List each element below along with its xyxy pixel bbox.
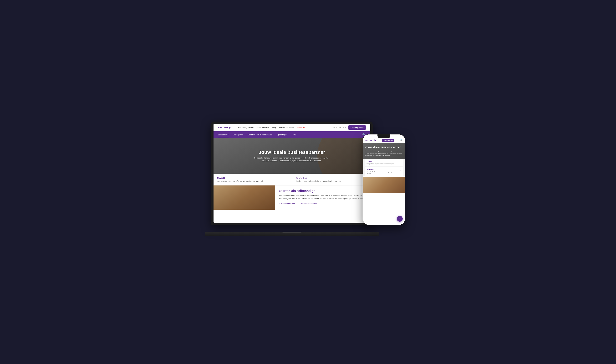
laptop-device: securex ⊳ Werken bij Securex Over Secure… [211, 122, 374, 236]
nav-link-blog[interactable]: Blog [272, 127, 276, 129]
phone-fab-icon: ≡ [399, 217, 400, 220]
cards-row: Covid19 Veel gestelde vragen en info ove… [214, 174, 370, 186]
site-logo[interactable]: securex ⊳ [218, 126, 232, 130]
card-covid-content: Covid19 Veel gestelde vragen en info ove… [217, 177, 263, 182]
phone-card-telewerken[interactable]: Telewerken Hoe je het best je elektronis… [365, 167, 403, 176]
phone-card-covid-arrow: → [399, 161, 401, 163]
card-covid-description: Veel gestelde vragen en info over alle m… [217, 180, 263, 182]
nav-link-werken[interactable]: Werken bij Securex [238, 127, 254, 129]
chevron-down-icon: ▾ [345, 126, 346, 129]
main-nav-tools[interactable]: Tools [292, 131, 296, 138]
main-nav-zelfstandige[interactable]: Zelfstandige [218, 131, 229, 138]
main-navigation: Zelfstandige Werkgevers Boekhouders & Ac… [214, 131, 370, 138]
card-telewerken-description: Hoe je het best je elektronische werkomg… [296, 180, 341, 182]
phone-card-telewerken-content: Telewerken Hoe je het best je elektronis… [367, 169, 398, 175]
phone-device: securex ⊳ Klantenportaal 🔍 Jouw ideale b… [363, 134, 405, 225]
phone-card-covid-title: Covid19 [367, 161, 394, 162]
card-telewerken-title: Telewerken [296, 177, 341, 179]
feature-section: Starten als zelfstandige Met personeel k… [214, 185, 370, 210]
phone-search-icon[interactable]: 🔍 [400, 139, 403, 141]
laptop-screen: securex ⊳ Werken bij Securex Over Secure… [214, 124, 370, 223]
phone-hero-title: Jouw ideale businesspartner [365, 146, 403, 149]
phone-card-telewerken-arrow: → [399, 169, 401, 171]
hero-subtitle: Securex bied alles wat je maar kunt wens… [253, 156, 331, 162]
phone-klantenportaal-button[interactable]: Klantenportaal [382, 139, 394, 142]
phone-card-covid-description: Veel gestelde vragen en info over alle m… [367, 163, 394, 165]
klantenportaal-button[interactable]: Klantenportaal [348, 125, 366, 130]
hero-section: Jouw ideale businesspartner Securex bied… [214, 138, 370, 174]
feature-description: Met personeel kunt u meer bereiken als o… [279, 194, 366, 200]
hero-title: Jouw ideale businesspartner [259, 149, 325, 155]
top-nav-links: Werken bij Securex Over Securex Blog Ser… [238, 127, 330, 129]
feature-image [214, 185, 275, 210]
card-telewerken[interactable]: Telewerken Hoe je het best je elektronis… [292, 174, 370, 186]
laptop-base [205, 232, 379, 236]
top-navigation: securex ⊳ Werken bij Securex Over Secure… [214, 124, 370, 131]
feature-link-startvoorwaarden[interactable]: Startvoorwaarden [279, 202, 295, 205]
nav-link-over[interactable]: Over Securex [257, 127, 269, 129]
phone-card-telewerken-title: Telewerken [367, 169, 398, 170]
phone-logo-text: securex [365, 139, 374, 142]
language-label: NL [343, 127, 345, 129]
phone-card-telewerken-description: Hoe je het best je elektronische werkomg… [367, 171, 398, 175]
phone-hero: Jouw ideale businesspartner Securex bied… [363, 143, 405, 159]
phone-card-covid-content: Covid19 Veel gestelde vragen en info ove… [367, 161, 394, 165]
scene: securex ⊳ Werken bij Securex Over Secure… [211, 122, 405, 243]
phone-logo: securex ⊳ [365, 139, 376, 142]
feature-title: Starten als zelfstandige [279, 189, 366, 193]
phone-logo-symbol: ⊳ [374, 139, 376, 142]
feature-content: Starten als zelfstandige Met personeel k… [275, 185, 370, 210]
language-selector[interactable]: NL ▾ [343, 126, 346, 129]
main-nav-opleidingen[interactable]: Opleidingen [277, 131, 287, 138]
card-covid[interactable]: Covid19 Veel gestelde vragen en info ove… [214, 174, 292, 186]
feature-image-overlay [214, 185, 275, 210]
feature-links: Startvoorwaarden Alternatief verlonen [279, 202, 366, 205]
phone-cards: Covid19 Veel gestelde vragen en info ove… [363, 159, 405, 176]
nav-link-covid[interactable]: Covid-19 [297, 127, 305, 129]
lex4you-link[interactable]: Lex4You [334, 127, 341, 129]
main-nav-werkgevers[interactable]: Werkgevers [233, 131, 243, 138]
hero-background-image [300, 138, 370, 174]
laptop-body: securex ⊳ Werken bij Securex Over Secure… [211, 122, 373, 225]
top-nav-right: Lex4You NL ▾ Klantenportaal [334, 125, 366, 130]
phone-card-covid[interactable]: Covid19 Veel gestelde vragen en info ove… [365, 159, 403, 166]
phone-hero-subtitle: Securex bied alles wat je maar kunt wens… [365, 150, 403, 156]
main-nav-boekhouders[interactable]: Boekhouders & Accountants [248, 131, 272, 138]
phone-fab-button[interactable]: ≡ [397, 216, 403, 222]
logo-symbol: ⊳ [229, 126, 232, 130]
phone-feature-image [363, 177, 405, 193]
phone-screen: securex ⊳ Klantenportaal 🔍 Jouw ideale b… [363, 134, 405, 225]
feature-link-alternatief[interactable]: Alternatief verlonen [300, 202, 317, 205]
card-telewerken-content: Telewerken Hoe je het best je elektronis… [296, 177, 341, 182]
logo-text: securex [218, 126, 229, 129]
nav-link-service[interactable]: Service & Contact [279, 127, 294, 129]
phone-notch [377, 134, 390, 138]
card-covid-title: Covid19 [217, 177, 263, 179]
card-covid-arrow: → [285, 177, 288, 181]
